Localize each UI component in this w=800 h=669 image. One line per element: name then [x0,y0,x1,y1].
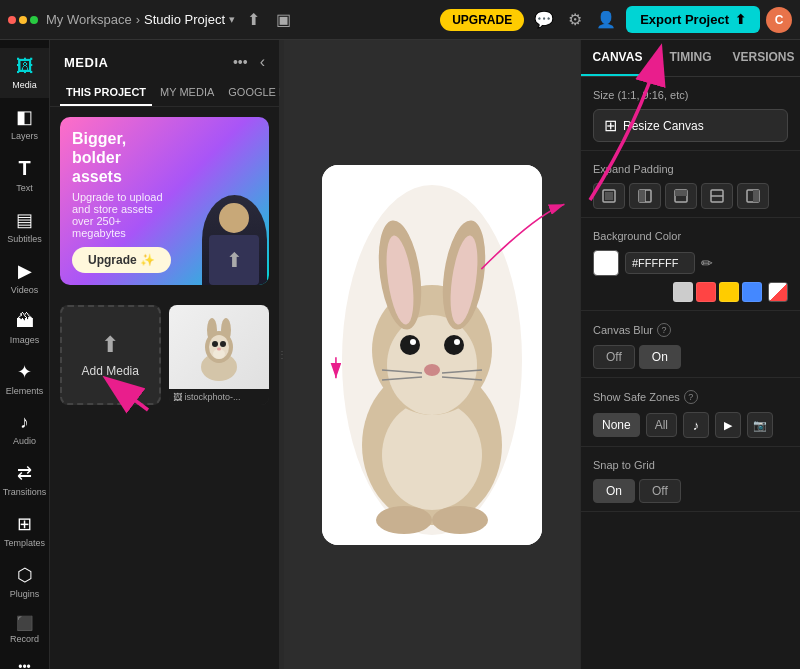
safe-zone-all-button[interactable]: All [646,413,677,437]
sidebar-label-subtitles: Subtitles [7,234,42,244]
sidebar-label-plugins: Plugins [10,589,40,599]
add-media-button[interactable]: ⬆ Add Media [60,305,161,405]
svg-rect-42 [753,190,759,202]
monitor-button[interactable]: ▣ [272,6,295,33]
banner-person-image: ⬆ [199,117,269,285]
sidebar-item-media[interactable]: 🖼 Media [0,48,49,98]
more-icon: ••• [18,660,31,669]
swatch-gray[interactable] [673,282,693,302]
snap-to-grid-label: Snap to Grid [593,459,655,471]
sidebar-label-images: Images [10,335,40,345]
sidebar-item-templates[interactable]: ⊞ Templates [0,505,49,556]
canvas-area[interactable] [284,40,580,669]
blur-off-button[interactable]: Off [593,345,635,369]
settings-button[interactable]: ⚙ [564,6,586,33]
expand-btn-full[interactable] [593,183,625,209]
images-icon: 🏔 [16,311,34,332]
media-panel: MEDIA ••• ‹ THIS PROJECT MY MEDIA GOOGLE… [50,40,280,669]
expand-btn-split-h[interactable] [701,183,733,209]
audio-icon: ♪ [20,412,29,433]
instagram-safe-zone-button[interactable]: 📷 [747,412,773,438]
bg-color-section: Background Color ✏ [581,218,800,311]
export-button[interactable]: Export Project ⬆ [626,6,760,33]
expand-padding-section: Expand Padding [581,151,800,218]
bg-color-row: ✏ [593,250,713,276]
upgrade-banner: Bigger, bolder assets Upgrade to upload … [60,117,269,285]
collapse-panel-button[interactable]: ‹ [260,53,265,71]
snap-off-button[interactable]: Off [639,479,681,503]
tab-this-project[interactable]: THIS PROJECT [60,80,152,106]
sidebar-item-more[interactable]: ••• More [0,652,49,669]
svg-rect-38 [675,190,687,196]
svg-point-22 [454,339,460,345]
svg-point-19 [400,335,420,355]
svg-rect-36 [639,190,645,202]
sidebar-item-images[interactable]: 🏔 Images [0,303,49,353]
main-layout: 🖼 Media ◧ Layers T Text ▤ Subtitles ▶ Vi… [0,40,800,669]
swatch-blue[interactable] [742,282,762,302]
media-panel-title: MEDIA [64,55,108,70]
sidebar-item-audio[interactable]: ♪ Audio [0,404,49,454]
safe-zones-label: Show Safe Zones [593,391,680,403]
media-thumbnail[interactable]: 🖼 istockphoto-... [169,305,270,405]
more-options-button[interactable]: ••• [229,50,252,74]
canvas-content [322,165,542,545]
tab-my-media[interactable]: MY MEDIA [154,80,220,106]
plugins-icon: ⬡ [17,564,33,586]
upgrade-button[interactable]: UPGRADE [440,9,524,31]
expand-btn-split-v[interactable] [629,183,661,209]
svg-point-28 [376,506,432,534]
sidebar-item-elements[interactable]: ✦ Elements [0,353,49,404]
sidebar-label-audio: Audio [13,436,36,446]
tab-canvas[interactable]: CANVAS [581,40,654,76]
sidebar-item-transitions[interactable]: ⇄ Transitions [0,454,49,505]
sidebar-item-subtitles[interactable]: ▤ Subtitles [0,201,49,252]
canvas-blur-label: Canvas Blur [593,324,653,336]
blur-on-button[interactable]: On [639,345,681,369]
user-button[interactable]: 👤 [592,6,620,33]
layers-icon: ◧ [16,106,33,128]
snap-to-grid-section: Snap to Grid On Off [581,447,800,512]
safe-zone-none-button[interactable]: None [593,413,640,437]
size-section: Size (1:1, 9:16, etc) ⊞ Resize Canvas [581,77,800,151]
project-label[interactable]: Studio Project [144,12,225,27]
canvas-blur-info[interactable]: ? [657,323,671,337]
svg-point-21 [410,339,416,345]
color-swatches [673,282,762,302]
sidebar-item-videos[interactable]: ▶ Videos [0,252,49,303]
sidebar-item-record[interactable]: ⬛ Record [0,607,49,652]
youtube-safe-zone-button[interactable]: ▶ [715,412,741,438]
elements-icon: ✦ [17,361,32,383]
safe-zones-section: Show Safe Zones ? None All ♪ ▶ 📷 [581,378,800,447]
swatch-red[interactable] [696,282,716,302]
eyedropper-button[interactable]: ✏ [701,255,713,271]
banner-upgrade-button[interactable]: Upgrade ✨ [72,247,171,273]
expand-btn-top[interactable] [665,183,697,209]
sidebar-item-plugins[interactable]: ⬡ Plugins [0,556,49,607]
export-label: Export Project [640,12,729,27]
tab-versions[interactable]: VERSIONS [727,40,800,76]
media-grid: ⬆ Add Media [50,295,279,415]
snap-on-button[interactable]: On [593,479,635,503]
bg-color-label: Background Color [593,230,681,242]
swatch-yellow[interactable] [719,282,739,302]
videos-icon: ▶ [18,260,32,282]
bg-color-hex-input[interactable] [625,252,695,274]
swatch-diagonal[interactable] [768,282,788,302]
avatar[interactable]: C [766,7,792,33]
bg-color-preview[interactable] [593,250,619,276]
chat-button[interactable]: 💬 [530,6,558,33]
sidebar-label-transitions: Transitions [3,487,47,497]
tab-timing[interactable]: TIMING [654,40,727,76]
expand-btn-right[interactable] [737,183,769,209]
snap-to-grid-toggle: On Off [593,479,788,503]
project-chevron[interactable]: ▾ [229,13,235,26]
upload-button[interactable]: ⬆ [243,6,264,33]
safe-zones-info[interactable]: ? [684,390,698,404]
tiktok-safe-zone-button[interactable]: ♪ [683,412,709,438]
sidebar-item-layers[interactable]: ◧ Layers [0,98,49,149]
sidebar-item-text[interactable]: T Text [0,149,49,201]
workspace-label[interactable]: My Workspace [46,12,132,27]
resize-canvas-button[interactable]: ⊞ Resize Canvas [593,109,788,142]
topbar-actions: UPGRADE 💬 ⚙ 👤 Export Project ⬆ C [440,6,792,33]
